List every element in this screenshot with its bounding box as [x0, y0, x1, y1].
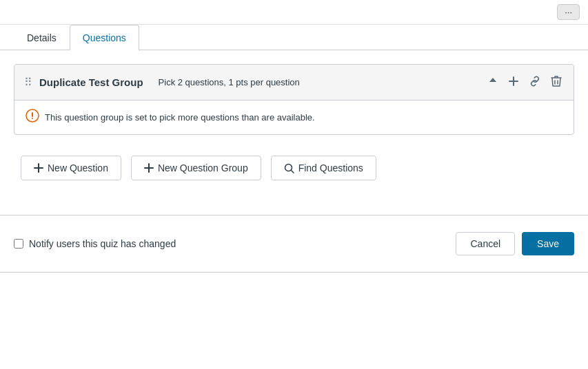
search-icon: [284, 163, 294, 173]
footer-buttons: Cancel Save: [456, 232, 574, 255]
notify-label: Notify users this quiz has changed: [29, 238, 176, 249]
plus-icon: [34, 163, 43, 173]
new-question-label: New Question: [48, 162, 108, 173]
top-bar-button[interactable]: ···: [557, 4, 580, 20]
group-subtitle: Pick 2 questions, 1 pts per question: [159, 77, 478, 87]
notify-checkbox[interactable]: [14, 239, 23, 249]
notify-row: Notify users this quiz has changed: [14, 238, 176, 249]
find-questions-button[interactable]: Find Questions: [271, 156, 376, 180]
group-actions: [485, 73, 564, 92]
question-group-card: ⠿ Duplicate Test Group Pick 2 questions,…: [14, 64, 574, 135]
delete-button[interactable]: [549, 73, 564, 92]
arrow-up-icon: [487, 76, 498, 87]
move-up-button[interactable]: [485, 74, 500, 91]
footer: Notify users this quiz has changed Cance…: [0, 222, 588, 265]
tab-questions[interactable]: Questions: [70, 25, 139, 50]
link-icon: [529, 75, 541, 87]
warning-icon: [26, 109, 39, 126]
top-bar: ···: [0, 0, 588, 25]
main-content: ⠿ Duplicate Test Group Pick 2 questions,…: [0, 50, 588, 208]
footer-divider: [0, 215, 588, 215]
save-button[interactable]: Save: [522, 232, 574, 255]
find-questions-label: Find Questions: [298, 162, 363, 173]
plus-icon: [508, 76, 519, 87]
drag-handle-icon[interactable]: ⠿: [24, 76, 32, 89]
cancel-button[interactable]: Cancel: [456, 232, 515, 255]
plus-icon: [144, 163, 154, 173]
new-question-button[interactable]: New Question: [21, 156, 121, 180]
bottom-divider: [0, 272, 588, 273]
new-question-group-label: New Question Group: [158, 162, 248, 173]
add-button[interactable]: [506, 74, 521, 91]
link-button[interactable]: [527, 73, 543, 92]
trash-icon: [551, 75, 562, 87]
new-question-group-button[interactable]: New Question Group: [131, 156, 261, 180]
warning-row: This question group is set to pick more …: [14, 101, 574, 134]
group-header: ⠿ Duplicate Test Group Pick 2 questions,…: [14, 65, 574, 101]
svg-point-1: [32, 118, 33, 119]
warning-text: This question group is set to pick more …: [45, 112, 315, 123]
group-title: Duplicate Test Group: [39, 76, 143, 88]
action-buttons-row: New Question New Question Group Find Que…: [14, 156, 574, 180]
tab-details[interactable]: Details: [14, 25, 70, 50]
tabs-container: Details Questions: [0, 25, 588, 50]
